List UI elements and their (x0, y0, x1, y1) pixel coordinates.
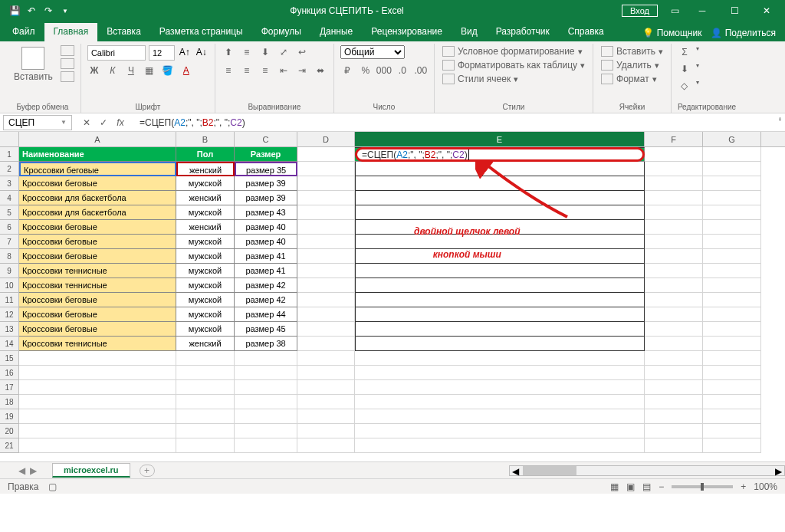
cell[interactable] (297, 307, 355, 322)
undo-icon[interactable]: ↶ (25, 4, 38, 18)
row-header[interactable]: 17 (0, 380, 19, 395)
cell[interactable] (645, 380, 703, 395)
comma-icon[interactable]: 000 (377, 64, 391, 77)
save-icon[interactable]: 💾 (8, 4, 21, 18)
tab-review[interactable]: Рецензирование (362, 23, 452, 41)
cell[interactable]: мужской (176, 293, 235, 307)
cell[interactable]: размер 39 (235, 176, 297, 191)
cell[interactable] (355, 322, 645, 337)
col-header-e[interactable]: E (355, 132, 645, 146)
cell[interactable] (355, 307, 645, 322)
cell[interactable] (355, 395, 645, 409)
add-sheet-button[interactable]: + (140, 465, 155, 477)
cell[interactable] (297, 322, 355, 337)
horizontal-scrollbar[interactable]: ◀▶ (509, 465, 785, 476)
sheet-nav-next-icon[interactable]: ▶ (30, 465, 37, 476)
close-icon[interactable]: ✕ (751, 1, 782, 21)
tab-insert[interactable]: Вставка (97, 23, 150, 41)
ribbon-options-icon[interactable]: ▭ (664, 1, 685, 21)
align-center-icon[interactable]: ≡ (240, 64, 254, 77)
cell[interactable]: Кроссовки для баскетбола (19, 205, 176, 220)
cell[interactable]: Кроссовки беговые (19, 235, 176, 249)
cell[interactable] (355, 409, 645, 424)
delete-cells-button[interactable]: Удалить ▾ (599, 59, 661, 71)
cell[interactable] (297, 366, 355, 380)
cell[interactable]: Кроссовки теннисные (19, 337, 176, 351)
cell[interactable] (297, 162, 355, 176)
cell[interactable] (703, 264, 761, 278)
row-header[interactable]: 21 (0, 438, 19, 453)
cell[interactable] (235, 351, 297, 366)
view-pagebreak-icon[interactable]: ▤ (642, 481, 651, 492)
cell[interactable] (297, 147, 355, 162)
row-header[interactable]: 10 (0, 278, 19, 293)
cell[interactable]: Кроссовки беговые (19, 249, 176, 264)
cell[interactable]: размер 44 (235, 307, 297, 322)
cell[interactable] (297, 249, 355, 264)
cell[interactable] (703, 438, 761, 453)
cell[interactable]: мужской (176, 176, 235, 191)
cell[interactable]: мужской (176, 322, 235, 337)
cell[interactable] (645, 337, 703, 351)
tab-view[interactable]: Вид (452, 23, 487, 41)
cell[interactable]: мужской (176, 205, 235, 220)
tab-layout[interactable]: Разметка страницы (150, 23, 252, 41)
cell[interactable]: Размер (235, 147, 297, 162)
row-header[interactable]: 7 (0, 235, 19, 249)
col-header-g[interactable]: G (703, 132, 761, 146)
scroll-left-icon[interactable]: ◀ (510, 466, 521, 475)
cell[interactable] (645, 322, 703, 337)
cell[interactable] (703, 220, 761, 235)
row-header[interactable]: 19 (0, 409, 19, 424)
format-cells-button[interactable]: Формат ▾ (599, 73, 659, 85)
italic-button[interactable]: К (106, 64, 120, 77)
row-header[interactable]: 6 (0, 220, 19, 235)
cell[interactable]: Кроссовки беговые (19, 162, 176, 176)
row-header[interactable]: 15 (0, 351, 19, 366)
cell[interactable] (645, 307, 703, 322)
tab-formulas[interactable]: Формулы (252, 23, 310, 41)
merge-icon[interactable]: ⬌ (314, 64, 327, 77)
row-header[interactable]: 8 (0, 249, 19, 264)
cell[interactable]: мужской (176, 307, 235, 322)
autosum-icon[interactable]: Σ (678, 45, 691, 59)
cell[interactable]: женский (176, 162, 235, 176)
cell[interactable] (297, 380, 355, 395)
macro-record-icon[interactable]: ▢ (48, 481, 57, 492)
paste-button[interactable]: Вставить (11, 45, 56, 84)
align-top-icon[interactable]: ⬆ (222, 45, 235, 59)
cell[interactable] (355, 438, 645, 453)
cell[interactable] (235, 438, 297, 453)
cell[interactable] (297, 176, 355, 191)
shrink-font-icon[interactable]: A↓ (195, 45, 209, 59)
align-right-icon[interactable]: ≡ (258, 64, 272, 77)
cell[interactable] (645, 249, 703, 264)
clear-icon[interactable]: ◇ (678, 79, 691, 93)
cell[interactable] (645, 395, 703, 409)
cut-icon[interactable] (61, 45, 74, 56)
font-name-input[interactable] (87, 45, 146, 61)
cell[interactable] (176, 424, 235, 438)
name-box[interactable]: СЦЕП▼ (3, 115, 72, 130)
cell[interactable] (355, 337, 645, 351)
cell[interactable] (355, 278, 645, 293)
view-pagelayout-icon[interactable]: ▣ (626, 481, 635, 492)
cell[interactable]: женский (176, 337, 235, 351)
cell[interactable]: размер 41 (235, 249, 297, 264)
cell[interactable] (19, 380, 176, 395)
cell[interactable] (19, 351, 176, 366)
cell[interactable] (297, 337, 355, 351)
cell[interactable] (703, 147, 761, 162)
cell[interactable] (297, 278, 355, 293)
cancel-formula-icon[interactable]: ✕ (81, 117, 92, 128)
cell[interactable] (703, 380, 761, 395)
maximize-icon[interactable]: ☐ (719, 1, 750, 21)
cell[interactable] (297, 205, 355, 220)
cell[interactable]: мужской (176, 264, 235, 278)
select-all-corner[interactable] (0, 132, 19, 146)
cell[interactable] (645, 278, 703, 293)
cell[interactable] (176, 380, 235, 395)
cell[interactable] (235, 395, 297, 409)
cell[interactable] (703, 235, 761, 249)
font-color-icon[interactable]: A (179, 64, 193, 77)
